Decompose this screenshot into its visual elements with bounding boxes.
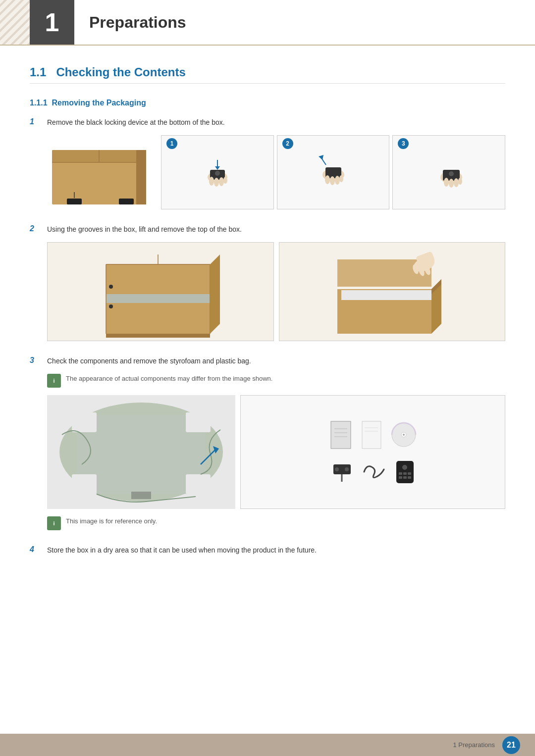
- svg-point-22: [339, 175, 343, 182]
- footer-page-number: 21: [502, 736, 520, 754]
- chapter-number: 1: [30, 0, 74, 45]
- step-1-substeps: 1: [161, 135, 505, 209]
- step-4-number: 4: [30, 545, 47, 554]
- svg-point-12: [219, 177, 224, 186]
- header-stripe: [0, 0, 30, 45]
- step-2-number: 2: [30, 224, 47, 233]
- step-badge-2: 2: [282, 138, 293, 149]
- svg-rect-5: [67, 199, 82, 204]
- svg-rect-6: [119, 199, 134, 204]
- step-3: 3 Check the components and remove the st…: [30, 356, 505, 530]
- svg-rect-86: [408, 476, 411, 479]
- svg-point-29: [454, 178, 459, 187]
- svg-point-80: [402, 465, 407, 470]
- note-icon-1: i: [47, 374, 61, 388]
- step-badge-1: 1: [166, 138, 177, 149]
- svg-rect-81: [399, 472, 402, 475]
- svg-rect-84: [399, 476, 402, 479]
- svg-point-19: [325, 175, 330, 184]
- svg-point-10: [209, 177, 214, 186]
- svg-point-74: [403, 434, 405, 436]
- svg-text:i: i: [53, 378, 54, 384]
- step-3-number: 3: [30, 356, 47, 365]
- svg-point-27: [444, 178, 449, 187]
- step-3-components-image: [240, 395, 505, 509]
- svg-rect-62: [131, 492, 151, 499]
- svg-point-38: [109, 285, 113, 289]
- svg-rect-56: [72, 412, 97, 432]
- svg-point-14: [215, 171, 220, 176]
- svg-rect-83: [408, 472, 411, 475]
- svg-rect-41: [106, 334, 210, 338]
- step-badge-3: 3: [398, 138, 409, 149]
- svg-point-31: [449, 171, 454, 176]
- step-1-substep-2: 2: [277, 135, 390, 209]
- svg-point-77: [335, 467, 339, 471]
- svg-rect-68: [362, 421, 381, 449]
- svg-point-39: [109, 304, 113, 308]
- svg-point-21: [335, 176, 340, 185]
- note-icon-2: i: [47, 516, 61, 530]
- svg-marker-40: [210, 254, 220, 334]
- svg-rect-85: [403, 476, 407, 479]
- svg-rect-82: [403, 472, 407, 475]
- step-3-note-2: i This image is for reference only.: [47, 516, 505, 530]
- svg-rect-58: [72, 474, 97, 494]
- step-1-text: Remove the black locking device at the b…: [47, 117, 225, 128]
- step-2-image-2: [279, 242, 506, 341]
- svg-point-11: [214, 178, 219, 187]
- svg-marker-16: [215, 166, 220, 170]
- svg-rect-4: [136, 150, 146, 204]
- step-3-main-image: [47, 395, 235, 509]
- svg-point-30: [458, 178, 462, 185]
- step-4-text: Store the box in a dry area so that it c…: [47, 545, 317, 555]
- step-1-substep-3: 3: [392, 135, 505, 209]
- svg-point-13: [223, 177, 227, 184]
- svg-point-78: [345, 467, 349, 471]
- svg-point-28: [449, 179, 454, 188]
- step-3-note-2-text: This image is for reference only.: [66, 516, 157, 526]
- svg-rect-50: [341, 290, 431, 300]
- svg-rect-79: [396, 461, 414, 483]
- svg-rect-63: [331, 421, 351, 449]
- step-3-text: Check the components and remove the styr…: [47, 356, 251, 366]
- step-2-text: Using the grooves in the box, lift and r…: [47, 224, 242, 235]
- step-1-box-image: [47, 135, 156, 209]
- step-2-images: [47, 242, 505, 341]
- step-2-image-1: [47, 242, 274, 341]
- svg-point-20: [330, 176, 335, 185]
- svg-rect-57: [186, 412, 211, 432]
- footer-section-label: 1 Preparations: [453, 741, 495, 749]
- svg-text:i: i: [53, 520, 54, 526]
- step-3-note-1: i The appearance of actual components ma…: [47, 374, 505, 388]
- svg-rect-33: [106, 294, 210, 303]
- page-footer: 1 Preparations 21: [0, 734, 535, 756]
- step-1-substep-1: 1: [161, 135, 274, 209]
- step-1-number: 1: [30, 117, 47, 126]
- svg-rect-59: [186, 474, 211, 494]
- chapter-title: Preparations: [89, 13, 186, 32]
- subsection-heading: 1.1.1 Removing the Packaging: [30, 99, 505, 107]
- section-heading: 1.1Checking the Contents: [30, 65, 505, 84]
- step-1: 1 Remove the black locking device at the…: [30, 117, 505, 209]
- step-4: 4 Store the box in a dry area so that it…: [30, 545, 505, 555]
- step-2: 2 Using the grooves in the box, lift and…: [30, 224, 505, 341]
- step-3-note-1-text: The appearance of actual components may …: [66, 374, 272, 384]
- step-3-images: [47, 395, 505, 509]
